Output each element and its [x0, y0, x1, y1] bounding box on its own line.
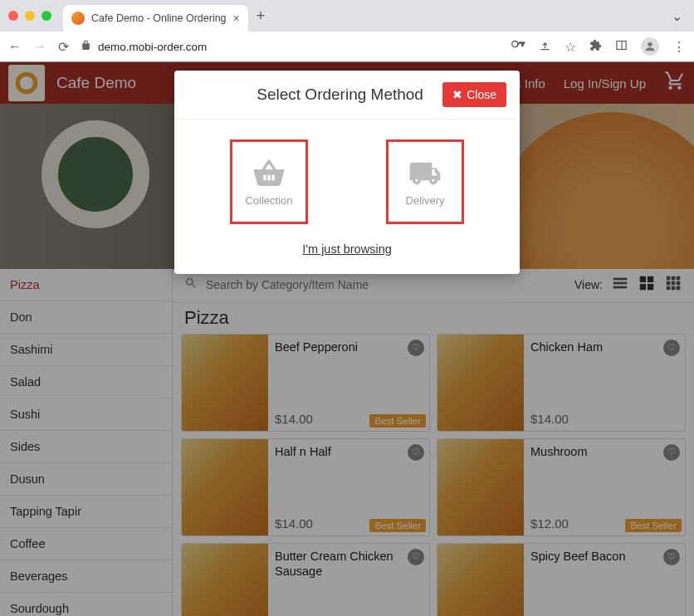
collection-label: Collection [245, 194, 292, 207]
reload-button[interactable]: ⟳ [58, 39, 69, 55]
modal-title: Select Ordering Method [237, 86, 442, 104]
delivery-option[interactable]: Delivery [386, 139, 464, 224]
browser-chrome: Cafe Demo - Online Ordering × + ⌄ ← → ⟳ … [0, 0, 694, 62]
favicon-icon [71, 12, 85, 25]
tab-title: Cafe Demo - Online Ordering [91, 12, 227, 24]
address-bar: ← → ⟳ demo.mobi-order.com ☆ ⋮ [0, 32, 694, 61]
lock-icon [81, 40, 91, 53]
svg-point-2 [648, 42, 652, 46]
key-icon[interactable] [511, 38, 525, 56]
url-field[interactable]: demo.mobi-order.com [81, 40, 500, 53]
close-tab-icon[interactable]: × [233, 12, 240, 25]
basket-icon [249, 157, 289, 190]
window-controls[interactable] [8, 11, 51, 21]
ordering-method-modal: Select Ordering Method ✖ Close Collectio… [174, 71, 520, 274]
back-button[interactable]: ← [8, 39, 22, 54]
truck-icon [403, 157, 447, 190]
url-text: demo.mobi-order.com [98, 41, 207, 53]
collection-option[interactable]: Collection [230, 139, 308, 224]
browser-tab[interactable]: Cafe Demo - Online Ordering × [63, 5, 248, 32]
close-button[interactable]: ✖ Close [442, 82, 506, 107]
browsing-link[interactable]: I'm just browsing [174, 242, 520, 274]
maximize-window-icon[interactable] [42, 11, 51, 21]
new-tab-button[interactable]: + [257, 7, 266, 25]
star-icon[interactable]: ☆ [564, 39, 576, 55]
profile-icon[interactable] [641, 37, 659, 56]
delivery-label: Delivery [406, 194, 445, 207]
panel-icon[interactable] [615, 39, 628, 55]
close-window-icon[interactable] [8, 11, 18, 21]
minimize-window-icon[interactable] [25, 11, 35, 21]
menu-icon[interactable]: ⋮ [672, 39, 686, 55]
tabs-dropdown-icon[interactable]: ⌄ [672, 8, 682, 24]
forward-button[interactable]: → [33, 39, 46, 54]
extensions-icon[interactable] [589, 39, 602, 55]
share-icon[interactable] [539, 39, 551, 55]
close-label: Close [467, 88, 496, 101]
tab-bar: Cafe Demo - Online Ordering × + ⌄ [0, 0, 694, 32]
close-icon: ✖ [452, 88, 462, 101]
